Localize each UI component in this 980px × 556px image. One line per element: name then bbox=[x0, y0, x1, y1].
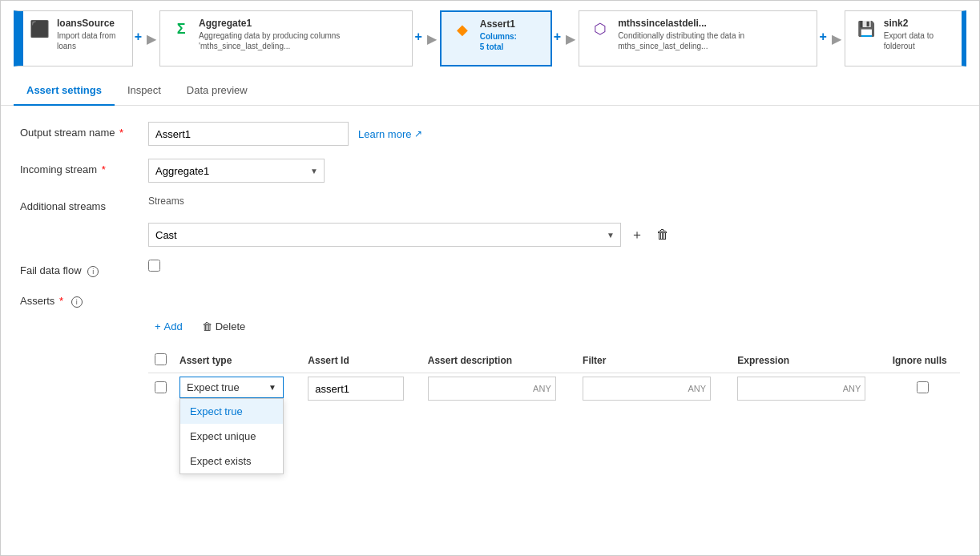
loanssource-desc: Import data from loans bbox=[57, 30, 123, 51]
pipeline-node-aggregate1[interactable]: Σ Aggregate1 Aggregating data by produci… bbox=[159, 10, 413, 66]
fail-data-flow-label: Fail data flow i bbox=[20, 260, 148, 277]
streams-row: Cast ▼ ＋ 🗑 bbox=[148, 223, 672, 247]
fail-data-flow-checkbox[interactable] bbox=[148, 260, 160, 272]
select-all-checkbox[interactable] bbox=[155, 353, 167, 365]
delete-trash-icon: 🗑 bbox=[202, 320, 212, 332]
additional-streams-label: Additional streams bbox=[20, 195, 148, 212]
assert-type-select-wrapper: Expect true ▼ Expect true Expect unique … bbox=[179, 377, 295, 398]
assert-type-dropdown: Expect true Expect unique Expect exists bbox=[179, 398, 284, 474]
add-stream-button[interactable]: ＋ bbox=[627, 224, 647, 247]
sink2-desc: Export data to folderout bbox=[884, 30, 952, 51]
output-stream-input[interactable] bbox=[148, 122, 349, 146]
table-row: Expect true ▼ Expect true Expect unique … bbox=[148, 373, 960, 405]
pipeline-node-mths[interactable]: ⬡ mthssincelastdeli... Conditionally dis… bbox=[579, 10, 817, 66]
header-checkbox-cell bbox=[148, 349, 173, 373]
connector-plus-4: + bbox=[817, 30, 828, 47]
output-stream-controls: Learn more ↗ bbox=[148, 122, 960, 146]
asserts-info-icon[interactable]: i bbox=[71, 296, 83, 308]
col-assert-description: Assert description bbox=[421, 349, 576, 373]
col-ignore-nulls: Ignore nulls bbox=[886, 349, 960, 373]
assert1-icon: ◆ bbox=[451, 18, 474, 41]
assert-expression-input[interactable] bbox=[737, 377, 865, 401]
pipeline-node-assert1[interactable]: ◆ Assert1 Columns: 5 total bbox=[440, 10, 552, 66]
loanssource-icon: ⬛ bbox=[28, 18, 50, 40]
row-checkbox-cell bbox=[148, 373, 173, 405]
dropdown-item-expect-true[interactable]: Expect true bbox=[180, 399, 283, 424]
fail-data-flow-row: Fail data flow i bbox=[20, 260, 960, 277]
assert-ignore-nulls-cell bbox=[886, 373, 960, 405]
loanssource-title: loansSource bbox=[57, 18, 123, 29]
cast-select-wrapper: Cast ▼ bbox=[148, 223, 621, 247]
learn-more-link[interactable]: Learn more ↗ bbox=[358, 128, 422, 140]
ignore-nulls-checkbox[interactable] bbox=[917, 381, 929, 393]
delete-assert-button[interactable]: 🗑 Delete bbox=[196, 317, 252, 336]
asserts-row: Asserts * i + Add 🗑 Delete bbox=[20, 290, 960, 404]
tab-inspect[interactable]: Inspect bbox=[115, 76, 174, 106]
incoming-stream-select[interactable]: Aggregate1 bbox=[148, 159, 325, 183]
output-stream-row: Output stream name * Learn more ↗ bbox=[20, 122, 960, 146]
asserts-content: + Add 🗑 Delete A bbox=[20, 317, 960, 404]
assert-expression-cell: ANY bbox=[731, 373, 885, 405]
col-expression: Expression bbox=[731, 349, 885, 373]
cast-select[interactable]: Cast bbox=[148, 223, 621, 247]
fail-data-flow-info-icon[interactable]: i bbox=[87, 266, 99, 277]
dropdown-item-expect-exists[interactable]: Expect exists bbox=[180, 449, 283, 473]
add-label: Add bbox=[164, 320, 183, 332]
assert-type-trigger[interactable]: Expect true ▼ bbox=[179, 377, 284, 398]
arrow-2: ▶ bbox=[424, 31, 440, 46]
output-stream-label: Output stream name * bbox=[20, 122, 148, 139]
assert-id-input[interactable] bbox=[308, 377, 404, 401]
sink2-title: sink2 bbox=[884, 18, 952, 29]
mths-title: mthssincelastdeli... bbox=[618, 18, 807, 29]
tab-assert-settings[interactable]: Assert settings bbox=[14, 76, 115, 106]
delete-stream-button[interactable]: 🗑 bbox=[653, 224, 672, 245]
asserts-table-header: Assert type Assert Id Assert description… bbox=[148, 349, 960, 373]
aggregate1-desc: Aggregating data by producing columns 'm… bbox=[199, 30, 402, 51]
col-assert-type: Assert type bbox=[173, 349, 301, 373]
arrow-3: ▶ bbox=[563, 31, 579, 46]
assert1-title: Assert1 bbox=[480, 18, 541, 30]
assert-description-input[interactable] bbox=[428, 377, 556, 401]
assert-type-chevron-icon: ▼ bbox=[268, 383, 276, 392]
add-icon: + bbox=[155, 320, 161, 332]
asserts-table-body: Expect true ▼ Expect true Expect unique … bbox=[148, 373, 960, 405]
col-assert-id: Assert Id bbox=[301, 349, 421, 373]
asserts-label: Asserts * i bbox=[20, 290, 148, 308]
add-assert-button[interactable]: + Add bbox=[148, 317, 189, 336]
aggregate1-title: Aggregate1 bbox=[199, 18, 402, 29]
asserts-header: Asserts * i bbox=[20, 290, 151, 308]
assert-filter-input[interactable] bbox=[583, 377, 711, 401]
pipeline-header: ⬛ loansSource Import data from loans + ▶… bbox=[1, 1, 979, 76]
assert-expression-field: ANY bbox=[737, 377, 865, 401]
aggregate1-icon: Σ bbox=[170, 18, 192, 40]
incoming-stream-select-wrapper: Aggregate1 ▼ bbox=[148, 159, 325, 183]
arrow-4: ▶ bbox=[829, 31, 845, 46]
pipeline-node-sink2[interactable]: 💾 sink2 Export data to folderout bbox=[845, 10, 966, 66]
incoming-stream-row: Incoming stream * Aggregate1 ▼ bbox=[20, 159, 960, 183]
assert1-desc-line1: Columns: bbox=[480, 31, 541, 42]
connector-plus-2: + bbox=[413, 30, 423, 47]
streams-sublabel: Streams bbox=[148, 195, 184, 207]
additional-streams-row: Additional streams Streams Cast ▼ ＋ 🗑 bbox=[20, 195, 960, 247]
assert-description-cell: ANY bbox=[421, 373, 576, 405]
asserts-table: Assert type Assert Id Assert description… bbox=[148, 349, 960, 404]
assert-id-cell bbox=[301, 373, 421, 405]
tab-data-preview[interactable]: Data preview bbox=[174, 76, 260, 106]
incoming-stream-label: Incoming stream * bbox=[20, 159, 148, 175]
fail-data-flow-controls bbox=[148, 260, 960, 272]
settings-panel: Output stream name * Learn more ↗ Incomi… bbox=[1, 106, 979, 555]
arrow-1: ▶ bbox=[143, 31, 159, 46]
dropdown-item-expect-unique[interactable]: Expect unique bbox=[180, 424, 283, 449]
incoming-stream-controls: Aggregate1 ▼ bbox=[148, 159, 960, 183]
connector-plus-3: + bbox=[552, 30, 563, 47]
assert-type-value: Expect true bbox=[187, 381, 240, 393]
assert1-desc-line2: 5 total bbox=[480, 42, 541, 52]
pipeline-node-loanssource[interactable]: ⬛ loansSource Import data from loans bbox=[14, 10, 133, 66]
assert-filter-cell: ANY bbox=[576, 373, 731, 405]
row-checkbox[interactable] bbox=[155, 381, 167, 393]
tabs-bar: Assert settings Inspect Data preview bbox=[1, 76, 979, 106]
delete-label: Delete bbox=[216, 320, 246, 332]
additional-streams-controls: Streams Cast ▼ ＋ 🗑 bbox=[148, 195, 960, 247]
mths-desc: Conditionally distributing the data in m… bbox=[618, 30, 807, 51]
col-filter: Filter bbox=[576, 349, 731, 373]
